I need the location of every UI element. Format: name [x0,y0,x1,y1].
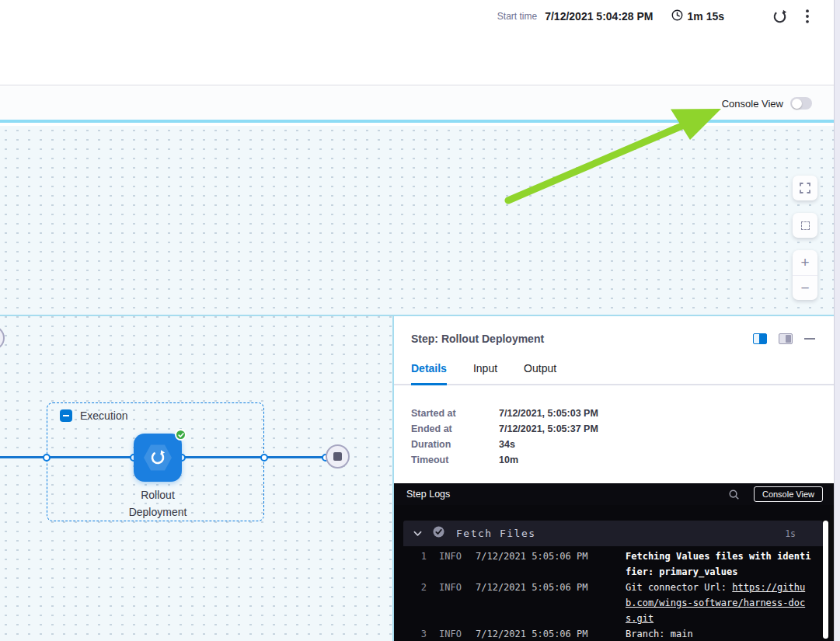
detail-row: Duration34s [411,437,834,452]
panel-tabs: DetailsInputOutput [394,362,834,385]
step-logs-bar: Step Logs Console View [394,483,834,505]
log-rows: 1INFO7/12/2021 5:05:06 PMFetching Values… [394,549,834,641]
log-line-number: 3 [403,626,427,641]
fit-to-screen-button[interactable] [793,213,817,238]
log-timestamp: 7/12/2021 5:05:06 PM [467,549,626,580]
log-message: Git connector Url: https://github.com/wi… [626,580,813,626]
detail-row: Timeout10m [411,452,834,468]
collapse-group-button[interactable] [60,409,72,422]
connection-point [43,454,51,462]
section-success-check-icon [433,526,444,541]
zoom-pill: + − [793,250,817,300]
execution-meta: Start time 7/12/2021 5:04:28 PM 1m 15s [497,7,809,26]
stop-icon [333,452,342,461]
logs-scrollbar-thumb[interactable] [823,521,828,639]
step-logs-console: Fetch Files 1s 1INFO7/12/2021 5:05:06 PM… [394,505,834,641]
zoom-in-button[interactable]: + [793,250,817,275]
step-node-label: Rollout Deployment [88,486,228,521]
detail-label: Duration [411,437,499,452]
tab-input[interactable]: Input [473,362,497,385]
step-logs-title: Step Logs [406,489,728,500]
console-view-label: Console View [722,98,783,110]
detail-label: Started at [411,406,499,421]
detail-row: Started at7/12/2021, 5:05:03 PM [411,406,834,421]
detail-label: Ended at [411,421,499,437]
elapsed-text: 1m 15s [688,10,724,23]
execution-group-label: Execution [80,409,127,422]
console-view-toggle[interactable] [790,97,812,110]
detail-value: 10m [499,452,518,468]
detail-label: Timeout [411,452,499,468]
details-list: Started at7/12/2021, 5:05:03 PMEnded at7… [411,406,834,468]
log-line-number: 1 [403,549,427,580]
stage-start-node-partial[interactable] [0,326,5,350]
detail-value: 34s [499,437,515,452]
start-time-label: Start time [497,11,537,22]
log-section-duration: 1s [785,528,796,539]
log-message: Branch: main [626,626,813,641]
split-view-bottom-icon[interactable] [779,333,793,344]
split-view-right-icon[interactable] [753,333,767,344]
detail-value: 7/12/2021, 5:05:37 PM [499,421,598,437]
rollout-deployment-step-node[interactable] [134,434,182,482]
fullscreen-button[interactable] [793,176,817,200]
log-section-fetch-files[interactable]: Fetch Files 1s [403,521,823,546]
detail-row: Ended at7/12/2021, 5:05:37 PM [411,421,834,437]
log-level: INFO [427,549,467,580]
pipeline-end-node[interactable] [326,444,350,469]
elapsed-duration: 1m 15s [671,9,724,25]
rollout-refresh-icon [149,449,166,469]
log-row: 2INFO7/12/2021 5:05:06 PMGit connector U… [394,580,834,626]
log-section-title: Fetch Files [456,528,785,539]
chevron-down-icon[interactable] [413,531,422,537]
connection-point [260,454,268,462]
tab-output[interactable]: Output [524,362,556,385]
log-timestamp: 7/12/2021 5:05:06 PM [467,626,626,641]
clock-icon [671,9,684,25]
log-timestamp: 7/12/2021 5:05:06 PM [467,580,626,626]
step-details-panel: Step: Rollout Deployment DetailsInputOut… [392,315,834,641]
canvas-zoom-controls: + − [793,176,817,300]
minimize-panel-button[interactable] [804,338,815,340]
console-view-button[interactable]: Console View [754,486,823,502]
execution-header: Start time 7/12/2021 5:04:28 PM 1m 15s [0,0,840,85]
fit-selection-icon [801,221,810,230]
tab-details[interactable]: Details [411,362,447,385]
start-time-value: 7/12/2021 5:04:28 PM [545,10,653,23]
refresh-button[interactable] [772,9,787,24]
search-logs-button[interactable] [728,489,740,500]
detail-value: 7/12/2021, 5:05:03 PM [499,406,598,421]
more-options-kebab-menu[interactable] [806,9,809,23]
log-level: INFO [427,580,467,626]
zoom-out-button[interactable]: − [793,275,817,300]
log-row: 3INFO7/12/2021 5:05:06 PMBranch: main [394,626,834,641]
log-message: Fetching Values files with identifier: p… [626,549,813,580]
page-scrollbar-track[interactable] [834,0,840,641]
log-row: 1INFO7/12/2021 5:05:06 PMFetching Values… [394,549,834,580]
log-level: INFO [427,626,467,641]
panel-title: Step: Rollout Deployment [411,333,753,345]
toggle-knob [792,99,802,109]
log-line-number: 2 [403,580,427,626]
success-check-badge [175,429,186,441]
view-toolbar: Console View [0,86,840,123]
